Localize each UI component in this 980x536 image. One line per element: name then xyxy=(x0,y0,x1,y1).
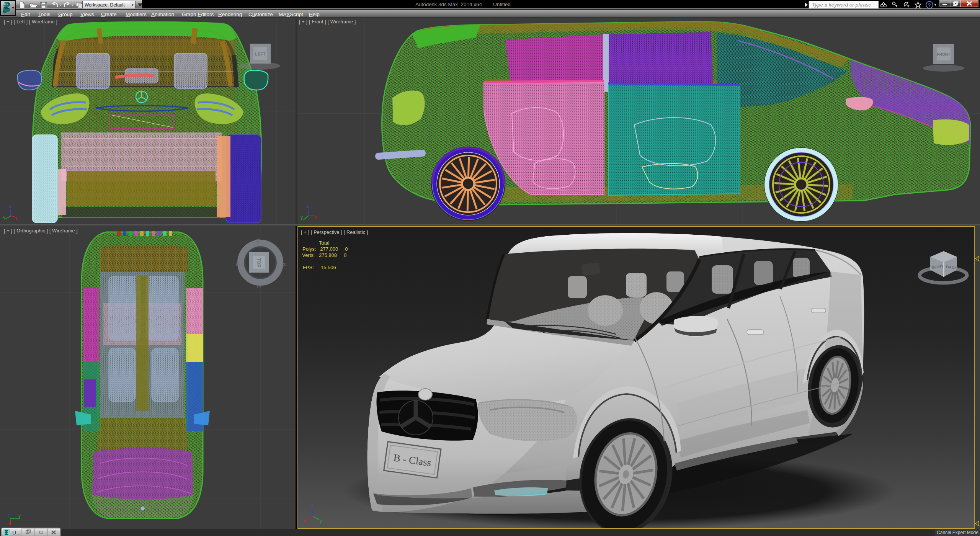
svg-text:y: y xyxy=(320,518,322,524)
svg-text:y: y xyxy=(3,215,5,220)
svg-text:z: z xyxy=(307,203,309,209)
svg-text:LEFT: LEFT xyxy=(255,52,266,56)
svg-text:?: ? xyxy=(928,2,931,8)
svg-text:S: S xyxy=(235,263,241,267)
svg-text:Type a keyword or phrase: Type a keyword or phrase xyxy=(812,2,871,8)
svg-text:z: z xyxy=(8,513,10,518)
svg-text:z: z xyxy=(311,503,314,508)
svg-text:x: x xyxy=(304,518,306,524)
svg-text:N: N xyxy=(281,263,287,267)
svg-text:y: y xyxy=(301,215,303,220)
svg-text:E: E xyxy=(256,284,262,288)
svg-text:y: y xyxy=(18,513,21,518)
svg-text:U...: U... xyxy=(12,529,21,536)
svg-text:z: z xyxy=(9,203,11,209)
svg-text:FRONT: FRONT xyxy=(937,52,950,57)
svg-text:TOP: TOP xyxy=(256,258,261,267)
